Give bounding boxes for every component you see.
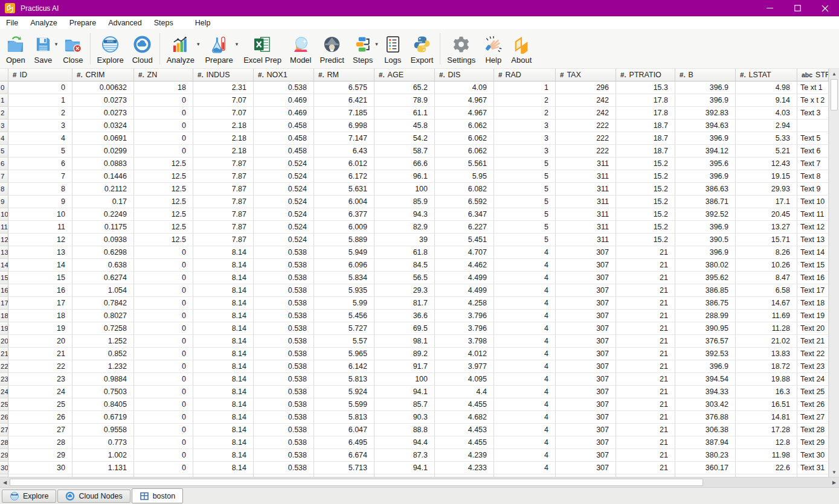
cell[interactable]: 386.75 — [675, 297, 736, 310]
row-header[interactable]: 4 — [0, 132, 8, 145]
cell[interactable]: Text 26 — [797, 398, 829, 411]
cell[interactable]: 307 — [556, 449, 616, 462]
cell[interactable]: 4.98 — [736, 81, 797, 94]
cell[interactable]: 5 — [494, 234, 556, 246]
row-header[interactable]: 23 — [0, 373, 8, 386]
cell[interactable]: Text 21 — [797, 335, 829, 348]
cell[interactable]: 5.95 — [435, 170, 494, 183]
cell[interactable]: 0.538 — [254, 259, 314, 272]
cell[interactable]: 12.5 — [134, 221, 193, 234]
horizontal-scroll-thumb[interactable] — [10, 479, 703, 486]
cell[interactable]: 8.14 — [193, 335, 254, 348]
cell[interactable]: 6.012 — [314, 158, 374, 170]
cell[interactable]: 307 — [556, 348, 616, 360]
cell[interactable]: Text 15 — [797, 259, 829, 272]
cell[interactable]: 0.524 — [254, 208, 314, 221]
maximize-button[interactable] — [783, 0, 811, 16]
cell[interactable]: 8.14 — [193, 310, 254, 322]
cell[interactable]: 0 — [134, 424, 193, 436]
cell[interactable]: 15.2 — [616, 158, 675, 170]
cell[interactable]: 6.227 — [435, 221, 494, 234]
cell[interactable]: 19.15 — [736, 170, 797, 183]
cell[interactable]: 242 — [556, 107, 616, 120]
cell[interactable]: 0.6298 — [72, 246, 134, 259]
cell[interactable]: 0 — [134, 132, 193, 145]
cell[interactable]: 8.14 — [193, 322, 254, 335]
cell[interactable]: 13.83 — [736, 348, 797, 360]
cell[interactable]: 0 — [134, 436, 193, 449]
cell[interactable]: 6.347 — [435, 208, 494, 221]
cell[interactable]: 22.6 — [736, 462, 797, 474]
cell[interactable]: 6.43 — [314, 145, 374, 158]
row-header[interactable]: 22 — [0, 360, 8, 373]
cell[interactable]: Text 18 — [797, 297, 829, 310]
cell[interactable]: 4 — [494, 284, 556, 297]
settings-button[interactable]: Settings — [443, 33, 480, 65]
scroll-left-icon[interactable]: ◀ — [0, 477, 10, 487]
cell[interactable]: 0.524 — [254, 183, 314, 196]
cell[interactable]: 14 — [8, 259, 72, 272]
cell[interactable]: 16.51 — [736, 398, 797, 411]
cell[interactable]: 0.538 — [254, 411, 314, 424]
cell[interactable]: 311 — [556, 158, 616, 170]
cell[interactable]: 2.18 — [193, 120, 254, 132]
cell[interactable]: 0 — [134, 259, 193, 272]
cell[interactable]: 9.14 — [736, 94, 797, 107]
cell[interactable]: 0.1175 — [72, 221, 134, 234]
cell[interactable]: 0.458 — [254, 145, 314, 158]
cell[interactable]: 15.3 — [616, 81, 675, 94]
cell[interactable]: 5.727 — [314, 322, 374, 335]
row-header[interactable]: 12 — [0, 234, 8, 246]
cell[interactable]: 6.58 — [736, 284, 797, 297]
cell[interactable]: 242 — [556, 94, 616, 107]
cell[interactable]: 20 — [8, 335, 72, 348]
cell[interactable]: 8.14 — [193, 436, 254, 449]
cell[interactable]: 0.0691 — [72, 132, 134, 145]
cell[interactable]: 21 — [616, 284, 675, 297]
cell[interactable]: 390.95 — [675, 322, 736, 335]
cell[interactable]: Text 19 — [797, 310, 829, 322]
cell[interactable]: 307 — [556, 436, 616, 449]
column-header-id[interactable]: #ID — [8, 69, 72, 81]
cell[interactable]: 12 — [8, 234, 72, 246]
cell[interactable]: 0.524 — [254, 221, 314, 234]
cell[interactable]: 376.88 — [675, 411, 736, 424]
row-header[interactable]: 16 — [0, 284, 8, 297]
cell[interactable]: 87.3 — [374, 449, 435, 462]
row-header[interactable]: 21 — [0, 348, 8, 360]
vertical-scrollbar[interactable]: ▲ ▼ — [829, 69, 839, 477]
cell[interactable]: 4.682 — [435, 411, 494, 424]
cell[interactable]: 7.07 — [193, 107, 254, 120]
cell[interactable]: 6.421 — [314, 94, 374, 107]
cell[interactable]: 0 — [134, 348, 193, 360]
cell[interactable]: 0 — [134, 360, 193, 373]
cell[interactable]: 21 — [616, 449, 675, 462]
cell[interactable]: 20.45 — [736, 208, 797, 221]
cell[interactable]: 311 — [556, 170, 616, 183]
cell[interactable]: 0.538 — [254, 373, 314, 386]
cell[interactable]: Te xt 1 — [797, 81, 829, 94]
cell[interactable]: 0.7503 — [72, 386, 134, 398]
cell[interactable]: 6.674 — [314, 449, 374, 462]
cell[interactable]: 307 — [556, 360, 616, 373]
cell[interactable]: 12.8 — [736, 436, 797, 449]
cell[interactable]: 7.185 — [314, 107, 374, 120]
cell[interactable]: 94.1 — [374, 462, 435, 474]
cell[interactable]: Text 22 — [797, 348, 829, 360]
vertical-scroll-thumb[interactable] — [831, 79, 838, 110]
cell[interactable]: 21 — [616, 348, 675, 360]
cell[interactable]: 14.67 — [736, 297, 797, 310]
chevron-down-icon[interactable]: ▾ — [197, 41, 200, 47]
cell[interactable]: 15.2 — [616, 208, 675, 221]
cell[interactable]: 15.2 — [616, 170, 675, 183]
cell[interactable]: Text 30 — [797, 449, 829, 462]
cell[interactable]: 2.94 — [736, 120, 797, 132]
cell[interactable]: 98.1 — [374, 335, 435, 348]
cell[interactable]: 396.9 — [675, 81, 736, 94]
cell[interactable]: 16 — [8, 284, 72, 297]
cell[interactable]: 0.2249 — [72, 208, 134, 221]
row-header[interactable]: 8 — [0, 183, 8, 196]
cell[interactable]: 5.813 — [314, 411, 374, 424]
cell[interactable]: 6.377 — [314, 208, 374, 221]
cell[interactable]: 7.07 — [193, 94, 254, 107]
